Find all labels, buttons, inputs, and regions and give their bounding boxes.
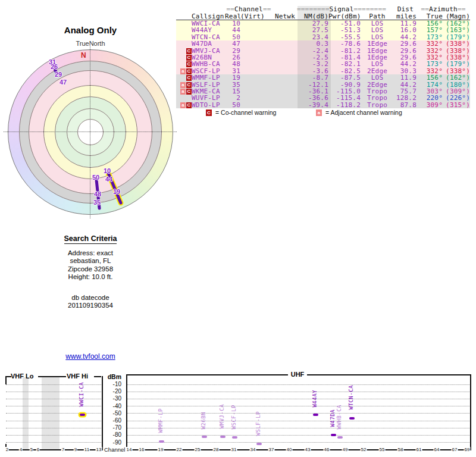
- vhf-left-border-top: [5, 376, 7, 384]
- uhf-top-border-2: [307, 374, 471, 375]
- col-virt: (Virt): [240, 13, 258, 20]
- spectrum-label-wmmf-lp: WMMF-LP: [158, 408, 164, 433]
- cell-real: 19: [225, 74, 240, 81]
- cell-miles: 11.9: [388, 74, 416, 81]
- spectrum-marker-wmmf-lp: [159, 440, 164, 443]
- uhf-right-border: [470, 374, 471, 450]
- db-datecode-value: 201109190354: [32, 302, 149, 309]
- cell-true: 156°: [416, 74, 443, 81]
- azimuth-group-header: ==Azimuth==: [416, 6, 470, 13]
- warning-markers: aC: [176, 82, 192, 88]
- adjacent-channel-legend-text: = Adjacent channel warning: [325, 109, 402, 116]
- spectrum-label-wwci-ca: WWCI-CA: [79, 382, 84, 406]
- col-pwr: Pwr(dBm): [328, 13, 361, 20]
- station-row-wuvf-lp: WUVF-LP2-36.6-115.4Tropo128.2220°(226°): [176, 95, 470, 101]
- channel-tick-40: 40: [286, 447, 293, 452]
- adjacent-channel-warning-badge: a: [180, 82, 186, 88]
- vhf-gridline--70: [6, 428, 101, 428]
- cell-virt: [240, 102, 258, 108]
- tvfool-report-page: Analog Only TrueNorth N 3126294750104448…: [0, 0, 476, 457]
- co-channel-warning-badge: C: [186, 102, 192, 108]
- cell-netwk: [258, 34, 295, 40]
- station-table: ==Channel== ========Signal======== Dist …: [176, 6, 470, 108]
- cell-magn: (226°): [443, 95, 470, 101]
- uhf-gridline--60: [127, 421, 469, 421]
- spectrum-label-w26bn: W26BN: [201, 412, 206, 430]
- vhf-hi-section-label: VHF Hi: [67, 373, 88, 380]
- db-datecode-label: db datecode: [32, 294, 149, 302]
- channel-tick-2: 2: [5, 447, 9, 452]
- co-channel-warning-badge: C: [186, 89, 192, 95]
- spectrum-marker-wtcn-ca: [349, 417, 355, 420]
- cell-callsign: WMMF-LP: [192, 74, 225, 81]
- col-nm: NM(dB): [295, 13, 328, 20]
- warning-markers: [176, 40, 192, 47]
- cell-callsign: WUVF-LP: [192, 95, 225, 101]
- dbm-tick--20: -20: [100, 388, 121, 395]
- cell-miles: 29.6: [388, 40, 416, 47]
- cell-virt: [240, 20, 258, 27]
- uhf-left-border: [126, 374, 127, 450]
- channel-tick-4: 4: [19, 447, 23, 452]
- spectrum-label-w44ay: W44AY: [312, 390, 318, 408]
- tvfool-link[interactable]: www.tvfool.com: [65, 352, 115, 361]
- radar-channel-label-47: 47: [60, 79, 67, 86]
- spectrum-label-w47da: W47DA: [330, 409, 336, 427]
- uhf-section-label: UHF: [288, 371, 307, 378]
- channel-tick-11: 11: [84, 447, 90, 452]
- warning-markers: [176, 20, 192, 27]
- cell-miles: 128.2: [388, 95, 416, 101]
- station-row-wmmf-lp: CWMMF-LP19-8.7-87.5LOS11.9156°(162°): [176, 74, 470, 81]
- cell-netwk: [258, 54, 295, 61]
- channel-tick-19: 19: [158, 447, 164, 452]
- vhf-gridline--60: [6, 421, 101, 421]
- cell-magn: (315°): [443, 102, 470, 108]
- cell-netwk: [258, 82, 295, 88]
- cell-nm: -8.7: [295, 74, 328, 81]
- cell-callsign: WDTO-LP: [192, 102, 225, 108]
- channel-tick-6: 6: [36, 447, 40, 452]
- vhf-gridline--50: [6, 413, 101, 414]
- dbm-tick--30: -30: [100, 395, 121, 402]
- spectrum-label-wtcn-ca: WTCN-CA: [348, 385, 354, 409]
- spectrum-marker-wslf-lp: [256, 443, 262, 445]
- uhf-gridline--80: [127, 435, 469, 436]
- co-channel-warning-badge: C: [186, 82, 192, 88]
- channel-group-header: ==Channel==: [225, 6, 295, 13]
- co-channel-warning-badge: C: [186, 75, 192, 81]
- dbm-tick--70: -70: [100, 424, 121, 431]
- channel-tick-43: 43: [305, 447, 311, 452]
- radar-channel-label-19: 19: [113, 188, 120, 195]
- channel-tick-13: 13: [96, 447, 102, 452]
- radar-crosshair-vertical: [90, 46, 90, 218]
- spectrum-marker-w26bn: [202, 436, 207, 438]
- col-true: True: [416, 13, 443, 20]
- channel-tick-64: 64: [434, 447, 440, 452]
- uhf-gridline--70: [127, 428, 469, 428]
- cell-real: 47: [225, 40, 240, 47]
- spectrum-label-wwhb-ca: WWHB-CA: [336, 405, 342, 429]
- cell-miles: 87.8: [388, 102, 416, 108]
- cell-virt: [240, 40, 258, 47]
- spectrum-marker-wscf-lp: [232, 436, 237, 439]
- co-channel-legend-text: = Co-channel warning: [215, 109, 276, 116]
- channel-tick-58: 58: [397, 447, 404, 452]
- search-city: sebastian, FL: [32, 257, 149, 265]
- co-channel-warning-badge: C: [186, 48, 192, 54]
- warning-markers: aC: [176, 68, 192, 74]
- spectrum-label-wmvj-ca: WMVJ-CA: [219, 404, 225, 428]
- channel-tick-61: 61: [416, 447, 422, 452]
- radar-channel-label-10: 10: [104, 167, 111, 174]
- col-real: Real: [225, 13, 240, 20]
- cell-netwk: [258, 68, 295, 74]
- vhf-gridline--30: [6, 399, 101, 399]
- station-row-w47da: W47DA470.3-78.61Edge29.6332°(338°): [176, 40, 470, 47]
- cell-netwk: [258, 61, 295, 67]
- col-path: Path: [364, 13, 391, 20]
- radar-channel-label-35: 35: [93, 199, 101, 206]
- cell-true: 220°: [416, 95, 443, 101]
- cell-nm: 0.3: [295, 40, 328, 47]
- adjacent-channel-badge: a: [316, 109, 322, 116]
- warning-markers: C: [176, 74, 192, 81]
- dbm-tick--80: -80: [100, 431, 121, 438]
